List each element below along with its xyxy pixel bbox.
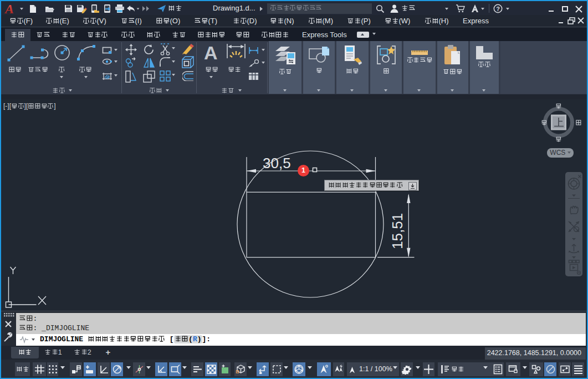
svg-text:15,51: 15,51 [389,213,406,249]
svg-text:A: A [4,3,14,15]
svg-text:30,5: 30,5 [263,155,291,171]
svg-text:?: ? [496,6,500,12]
